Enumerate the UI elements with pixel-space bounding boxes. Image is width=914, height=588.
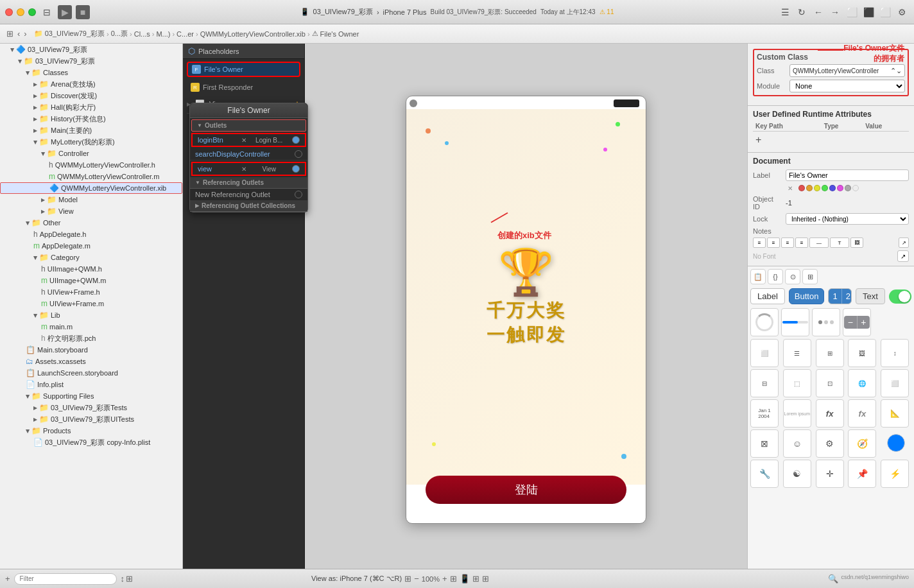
maximize-button[interactable] xyxy=(28,8,36,16)
sidebar-item-main[interactable]: ▶ 📁 Main(主要的) xyxy=(0,125,182,136)
outlet-connect-loginbtn[interactable] xyxy=(292,136,300,144)
sidebar-item-tests[interactable]: ▶ 📁 03_UIView79_彩票Tests xyxy=(0,402,182,413)
add-attr-btn[interactable]: + xyxy=(755,134,761,146)
sort-btn[interactable]: ↕ xyxy=(121,574,125,584)
zoom-fit-btn[interactable]: ⊞ xyxy=(404,574,411,584)
color-dot-red[interactable] xyxy=(798,185,805,191)
grid-view-btn[interactable]: ⊞ xyxy=(5,28,15,40)
sidebar-item-uiimage-h[interactable]: h UIImage+QWM.h xyxy=(0,263,182,275)
outlet-searchdisplay[interactable]: searchDisplayController xyxy=(190,148,307,160)
breadcrumb-item-7[interactable]: ⚠ File's Owner xyxy=(312,30,359,38)
label-widget-btn[interactable]: Label xyxy=(750,288,785,304)
sidebar-item-supporting[interactable]: ▶ 📁 Supporting Files xyxy=(0,390,182,402)
sidebar-item-group[interactable]: ▶ 📁 03_UIView79_彩票 xyxy=(0,55,182,67)
sidebar-item-copy-plist[interactable]: 📄 03_UIView79_彩票 copy-Info.plist xyxy=(0,437,182,448)
first-responder-item[interactable]: R First Responder xyxy=(187,81,300,94)
page-control-widget[interactable] xyxy=(812,308,840,336)
sidebar-item-assets[interactable]: 🗂 Assets.xcassets xyxy=(0,356,182,367)
sidebar-item-root[interactable]: ▶ 🔷 03_UIView79_彩票 xyxy=(0,44,182,55)
lib-yin-item[interactable]: ☯ xyxy=(783,460,811,488)
align-center-btn[interactable]: ≡ xyxy=(767,238,780,248)
sidebar-item-model[interactable]: ▶ 📁 Model xyxy=(0,194,182,205)
button-widget-btn[interactable]: Button xyxy=(789,288,825,304)
color-dot-orange[interactable] xyxy=(806,185,813,191)
lib-panel-item[interactable]: ⬜ xyxy=(750,339,779,367)
settings2-btn[interactable]: ⊞ xyxy=(126,574,133,584)
sidebar-item-uiview-m[interactable]: m UIView+Frame.m xyxy=(0,298,182,309)
warnings-badge[interactable]: ⚠ 11 xyxy=(599,8,614,15)
lib-link-item[interactable]: ⚡ xyxy=(881,460,909,488)
zoom-minus-btn[interactable]: − xyxy=(414,574,419,584)
lib-splitview-item[interactable]: ⊡ xyxy=(816,369,844,397)
class-select[interactable]: QWMMyLotteryViewController ⌃⌄ xyxy=(789,64,905,77)
minimize-button[interactable] xyxy=(17,8,24,16)
forward-btn[interactable]: → xyxy=(828,5,842,19)
module-select[interactable]: None xyxy=(789,80,905,92)
color-dot-yellow[interactable] xyxy=(814,185,820,191)
outlet-connect-search[interactable] xyxy=(295,150,302,158)
panel-bottom-btn[interactable]: ⬜ xyxy=(878,5,892,19)
grid2-btn[interactable]: ⊞ xyxy=(802,269,818,284)
sidebar-item-hall[interactable]: ▶ 📁 Hall(购彩大厅) xyxy=(0,101,182,113)
lib-corner-item[interactable]: 📐 xyxy=(881,399,909,428)
sidebar-item-main-storyboard[interactable]: 📋 Main.storyboard xyxy=(0,344,182,356)
sidebar-toggle-button[interactable]: ⊟ xyxy=(40,5,54,19)
outlet-loginbtn[interactable]: loginBtn ✕ Login B... xyxy=(191,133,306,147)
sidebar-item-vc-h[interactable]: h QWMMyLotteryViewController.h xyxy=(0,159,182,171)
lib-fx-item[interactable]: fx xyxy=(816,399,844,428)
color-dot-purple[interactable] xyxy=(837,185,843,191)
toggle-switch-widget[interactable] xyxy=(889,290,911,304)
back-btn[interactable]: ← xyxy=(811,5,825,19)
sidebar-item-arena[interactable]: ▶ 📁 Arena(竞技场) xyxy=(0,78,182,90)
code-btn[interactable]: {} xyxy=(768,269,783,284)
settings-btn[interactable]: ⚙ xyxy=(895,5,909,19)
sidebar-item-products[interactable]: ▶ 📁 Products xyxy=(0,425,182,437)
image-btn[interactable]: 🖼 xyxy=(850,238,863,248)
outlets-header[interactable]: ▼ Outlets xyxy=(191,119,306,132)
sidebar-item-vc-xib[interactable]: 🔷 QWMMyLotteryViewController.xib xyxy=(0,182,182,194)
lib-scrollview-item[interactable]: ↕ xyxy=(881,339,909,367)
dash-btn[interactable]: — xyxy=(809,238,829,248)
fullscreen-btn[interactable]: ⊞ xyxy=(482,574,489,584)
lib-nav-item[interactable]: ⊠ xyxy=(750,429,779,458)
lib-fx2-item[interactable]: fx xyxy=(848,399,876,428)
breadcrumb-item-3[interactable]: Cl...s xyxy=(134,30,150,38)
lib-webview-item[interactable]: 🌐 xyxy=(848,369,876,397)
breadcrumb-item-4[interactable]: M...) xyxy=(156,30,170,38)
sidebar-item-lib[interactable]: ▶ 📁 Lib xyxy=(0,309,182,321)
sidebar-item-uiimage-m[interactable]: m UIImage+QWM.m xyxy=(0,275,182,286)
sidebar-item-appdelegate-h[interactable]: h AppDelegate.h xyxy=(0,229,182,240)
add-bottom-btn[interactable]: + xyxy=(5,574,10,584)
close-button[interactable] xyxy=(5,8,13,16)
expand-btn[interactable]: ↗ xyxy=(899,238,909,248)
lib-tableview-item[interactable]: ☰ xyxy=(783,339,811,367)
new-ref-circle[interactable] xyxy=(295,191,302,198)
run-button[interactable]: ▶ xyxy=(58,5,72,19)
color-dot-white[interactable] xyxy=(852,185,859,191)
sidebar-item-other[interactable]: ▶ 📁 Other xyxy=(0,217,182,229)
circle-btn[interactable]: ⊙ xyxy=(785,269,800,284)
progress-view-widget[interactable] xyxy=(781,308,809,336)
sidebar-item-history[interactable]: ▶ 📁 History(开奖信息) xyxy=(0,113,182,125)
copy-btn[interactable]: 📋 xyxy=(750,269,766,284)
align-left-btn[interactable]: ≡ xyxy=(753,238,766,248)
text-style-btn[interactable]: T xyxy=(830,238,849,248)
breadcrumb-item-5[interactable]: C...er xyxy=(177,30,194,38)
lib-collectionview-item[interactable]: ⊞ xyxy=(816,339,844,367)
breadcrumb-item-1[interactable]: 📁 03_UIView79_彩票 xyxy=(34,29,105,39)
lib-container-item[interactable]: ⬚ xyxy=(783,369,811,397)
label-input[interactable] xyxy=(786,169,909,181)
activity-indicator-widget[interactable] xyxy=(750,308,779,336)
segmented-control-widget[interactable]: 1 2 xyxy=(828,288,852,304)
panel-right-btn[interactable]: ⬛ xyxy=(861,5,875,19)
stepper-widget[interactable]: − + xyxy=(843,308,871,336)
referencing-collections-header[interactable]: ▶ Referencing Outlet Collections xyxy=(190,200,307,212)
file-owner-item[interactable]: F File's Owner xyxy=(187,62,300,77)
sidebar-item-pch[interactable]: h 柠文明彩票.pch xyxy=(0,333,182,344)
lib-face-item[interactable]: ☺ xyxy=(783,429,811,458)
breadcrumb-item-6[interactable]: QWMMyLotteryViewController.xib xyxy=(200,30,306,38)
refresh-btn[interactable]: ↻ xyxy=(795,5,809,19)
panel-toggle-btn[interactable]: ⬜ xyxy=(845,5,859,19)
nav-forward-btn[interactable]: › xyxy=(22,28,28,40)
breadcrumb-item-2[interactable]: 0...票 xyxy=(111,29,128,39)
